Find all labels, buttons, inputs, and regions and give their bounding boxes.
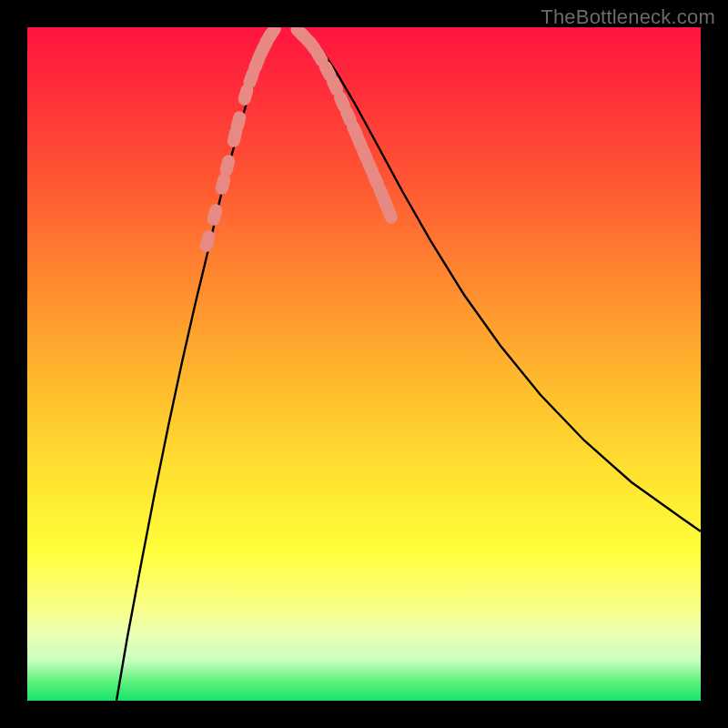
segment-marker — [206, 203, 224, 228]
outer-frame: TheBottleneck.com — [0, 0, 728, 728]
segment-markers — [198, 27, 399, 253]
plot-area — [27, 27, 701, 701]
chart-svg — [27, 27, 701, 701]
segment-marker — [198, 229, 217, 254]
left-curve-path — [116, 29, 275, 701]
right-curve-path — [300, 29, 701, 531]
watermark-text: TheBottleneck.com — [541, 5, 715, 29]
